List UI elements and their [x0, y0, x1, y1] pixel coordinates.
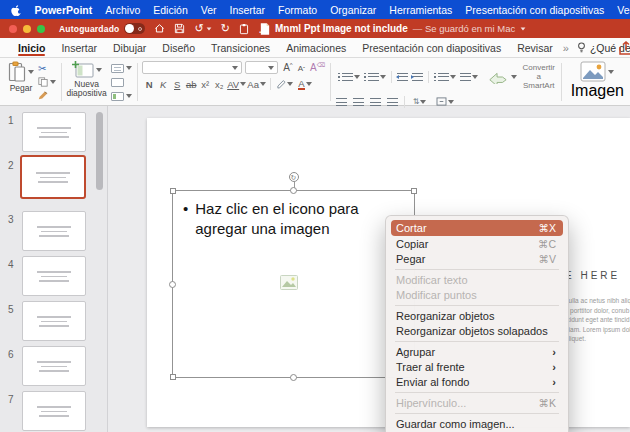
redo-icon[interactable]: ↻ [221, 23, 230, 34]
slide-thumbnail-3[interactable] [22, 211, 86, 251]
numbering-button[interactable] [364, 73, 386, 81]
cut-button[interactable]: ✂ [38, 62, 56, 74]
tab-revisar[interactable]: Revisar [509, 38, 561, 57]
apple-icon[interactable] [11, 4, 22, 16]
align-right-icon[interactable] [370, 98, 381, 106]
increase-indent-button[interactable] [412, 73, 423, 81]
section-button[interactable] [111, 90, 132, 102]
clear-format-icon[interactable]: A⌫ [310, 61, 325, 73]
context-menu-item-enviar-al-fondo[interactable]: Enviar al fondo› [386, 374, 568, 389]
image-placeholder-icon[interactable] [280, 275, 298, 290]
tab-animaciones[interactable]: Animaciones [278, 38, 354, 57]
context-menu-item-cortar[interactable]: Cortar⌘X [391, 220, 563, 236]
context-menu-item-reorganizar-objetos-solapados[interactable]: Reorganizar objetos solapados [386, 323, 568, 338]
list-level-button[interactable] [434, 73, 456, 81]
resize-handle-w[interactable] [169, 281, 176, 288]
slide-thumbnail-1[interactable] [22, 112, 86, 152]
menubar-item-powerpoint[interactable]: PowerPoint [28, 4, 99, 16]
context-menu-item-agrupar[interactable]: Agrupar› [386, 344, 568, 359]
resize-handle-sw[interactable] [170, 374, 176, 380]
resize-handle-ne[interactable] [411, 188, 417, 194]
line-spacing-button[interactable] [460, 73, 478, 81]
thumbnail-content-line [36, 172, 70, 174]
grow-font-icon[interactable]: A^ [283, 62, 293, 73]
menubar-item-organizar[interactable]: Organizar [324, 4, 383, 16]
bullet-glyph: • [183, 199, 188, 238]
format-button-k[interactable]: K [156, 79, 170, 90]
align-center-icon[interactable] [353, 98, 364, 106]
menubar-item-archivo[interactable]: Archivo [99, 4, 147, 16]
align-left-icon[interactable] [336, 98, 347, 106]
context-menu-item-copiar[interactable]: Copiar⌘C [386, 236, 568, 251]
context-menu-shortcut: ⌘K [538, 397, 556, 409]
font-size-select[interactable] [245, 61, 278, 74]
font-name-select[interactable] [142, 61, 242, 74]
justify-icon[interactable] [387, 98, 398, 106]
layout-button[interactable] [111, 62, 132, 74]
smartart-button[interactable]: Convertira SmartArt [488, 63, 557, 91]
undo-icon[interactable]: ↺ [194, 23, 211, 34]
tab-presentaci-n-con-diapositivas[interactable]: Presentación con diapositivas [354, 38, 509, 57]
home-icon[interactable] [154, 23, 165, 34]
menubar-item-edici-n[interactable]: Edición [147, 4, 194, 16]
reset-slide-button[interactable] [111, 76, 132, 88]
textbox-text[interactable]: • Haz clic en el icono para agregar una … [183, 199, 378, 238]
context-menu-item-guardar-como-imagen[interactable]: Guardar como imagen... [386, 416, 568, 431]
vertical-align-button[interactable]: ⇅ [413, 97, 427, 106]
slide-thumbnail-4[interactable] [22, 256, 86, 296]
paste-small-icon[interactable] [239, 23, 249, 35]
resize-handle-s[interactable] [290, 374, 297, 381]
paste-button[interactable]: Pegar [8, 61, 34, 93]
menubar-item-insertar[interactable]: Insertar [223, 4, 272, 16]
menubar-item-ver[interactable]: Ver [194, 4, 223, 16]
zoom-window-button[interactable] [37, 25, 45, 33]
share-icon[interactable] [618, 41, 630, 55]
context-menu-item-traer-al-frente[interactable]: Traer al frente› [386, 359, 568, 374]
bullets-button[interactable] [338, 73, 360, 81]
slide-thumbnail-5[interactable] [22, 301, 86, 341]
font-color-button[interactable]: A [298, 79, 311, 90]
menubar-item-herramientas[interactable]: Herramientas [383, 4, 459, 16]
tabs-overflow-icon[interactable]: » [563, 42, 569, 54]
decrease-indent-button[interactable] [397, 73, 408, 81]
format-button-x[interactable]: x₂ [212, 79, 226, 90]
resize-handle-nw[interactable] [170, 188, 176, 194]
new-slide-button[interactable]: Nuevadiapositiva [67, 61, 107, 99]
format-button-n[interactable]: N [142, 79, 156, 90]
minimize-window-button[interactable] [23, 25, 31, 33]
format-button-ab[interactable]: ab [184, 79, 198, 90]
context-menu-item-pegar[interactable]: Pegar⌘V [386, 251, 568, 266]
menubar-item-formato[interactable]: Formato [272, 4, 324, 16]
resize-handle-n[interactable] [290, 187, 297, 194]
title-chevron-icon[interactable] [521, 27, 526, 30]
document-save-status[interactable]: — Se guardó en mi Mac [413, 23, 515, 34]
tab-dibujar[interactable]: Dibujar [105, 38, 154, 57]
tab-transiciones[interactable]: Transiciones [203, 38, 278, 57]
pen-color-button[interactable] [277, 80, 293, 89]
slide-thumbnail-2[interactable] [20, 155, 86, 199]
close-window-button[interactable] [9, 25, 17, 33]
save-icon[interactable] [174, 23, 185, 34]
tab-insertar[interactable]: Insertar [53, 38, 105, 57]
slide-thumbnail-7[interactable] [22, 391, 86, 431]
format-button-av[interactable]: AV [226, 79, 246, 90]
slide-right-body-line: nulla ac netus nibh aliqu [565, 296, 630, 306]
context-menu-item-reorganizar-objetos[interactable]: Reorganizar objetos [386, 308, 568, 323]
copy-button[interactable] [38, 76, 56, 88]
format-painter-button[interactable] [38, 90, 56, 102]
menubar-item-ventana[interactable]: Ventana [611, 4, 630, 16]
thumbnail-scrollbar[interactable] [96, 112, 103, 190]
format-button-s[interactable]: S [170, 79, 184, 90]
tab-inicio[interactable]: Inicio [10, 38, 53, 57]
document-title[interactable]: Mnml Ppt Image not include [275, 23, 408, 34]
slide-thumbnail-6[interactable] [22, 346, 86, 386]
text-direction-button[interactable] [436, 97, 454, 106]
format-button-x[interactable]: x² [198, 79, 212, 90]
rotation-handle[interactable]: ↻ [289, 172, 299, 182]
format-button-aa[interactable]: Aa [246, 79, 266, 90]
autosave-toggle[interactable] [124, 23, 145, 34]
insert-image-button[interactable]: Imagen [571, 61, 624, 103]
menubar-item-presentaci-n-con-diapositivas[interactable]: Presentación con diapositivas [459, 4, 611, 16]
tab-dise-o[interactable]: Diseño [154, 38, 203, 57]
shrink-font-icon[interactable]: Aˬ [298, 62, 305, 73]
